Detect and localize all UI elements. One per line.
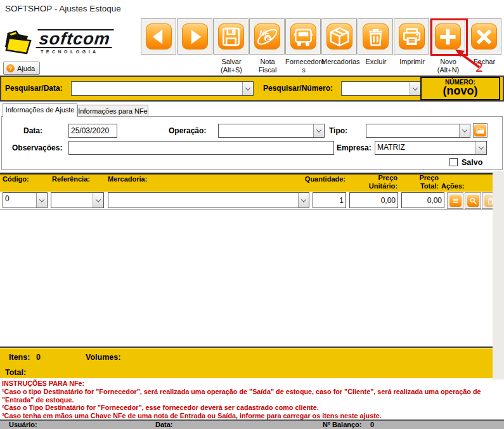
search-date-label: Pesquisar/Data: [5,84,63,93]
instructions-title: INSTRUÇÕES PARA NFe: [2,380,502,388]
salvo-label: Salvo [462,158,482,167]
footer-separator [0,346,493,348]
truck-icon [290,23,316,50]
chevron-down-icon[interactable] [298,193,309,208]
tipo-label: Tipo: [329,126,347,135]
referencia-combo[interactable] [51,192,104,208]
operacao-label: Operação: [169,126,206,135]
numero-value: (novo) [422,86,499,96]
back-arrow-icon [146,23,172,50]
empresa-combo[interactable]: MATRIZ [375,141,487,155]
trash-icon [363,23,389,50]
observacoes-label: Observações: [12,143,62,152]
forward-arrow-icon [182,23,208,50]
search-number-label: Pesquisar/Número: [263,84,333,93]
chevron-down-icon[interactable] [93,193,103,208]
empresa-label: Empresa: [337,143,372,152]
nfe-icon: NFe [254,23,280,50]
chevron-down-icon[interactable] [410,82,420,95]
col-preco-total: PreçoTotal: [399,174,439,190]
col-quantidade: Quantidade: [295,175,346,183]
itens-label: Itens: [9,353,30,362]
volumes-label: Volumes: [86,353,120,362]
usuario-label: Usuário: [9,420,37,429]
fornecedores-label: Fornecedores [285,58,322,74]
tab-informacoes-para-nfe[interactable]: Informações para NFe [77,105,148,117]
imprimir-label: Imprimir [394,58,430,66]
fornecedores-button[interactable] [285,18,321,55]
folder-icon [474,124,486,136]
col-codigo: Código: [3,175,29,183]
help-button-label: Ajuda [17,65,35,72]
annotation-arrow [437,25,501,76]
col-referencia: Referência: [52,175,90,183]
folder-logo-icon [3,25,36,57]
window-title: SOFTSHOP - Ajustes Estoque [5,4,121,13]
question-mark-icon: ? [6,64,15,72]
save-button[interactable] [213,18,249,55]
menu-lines-icon [449,195,462,207]
chevron-down-icon[interactable] [475,142,486,154]
preco-unitario-input[interactable] [349,192,398,208]
mercadorias-label: Mercadorias [321,58,358,66]
balanco-label: Nº Balanço: [323,420,361,429]
right-gutter [493,171,504,380]
status-bar [0,419,504,429]
annotation-step-number: 2 [475,58,483,76]
data-input[interactable] [68,124,117,138]
balanco-value: 0 [370,420,374,429]
totals-bar [0,348,493,378]
numero-panel: NÚMERO: (novo) [420,77,500,100]
brand-name: softcom [36,29,113,48]
chevron-down-icon[interactable] [313,124,324,137]
forward-button[interactable] [177,18,212,55]
tipo-combo[interactable] [366,124,470,138]
grid-separator [0,209,493,210]
observacoes-input[interactable] [68,141,334,155]
search-date-combo[interactable] [71,81,254,96]
row-list-button[interactable] [447,192,463,209]
back-button[interactable] [141,18,176,55]
box-icon [326,23,352,50]
nota-fiscal-label: NotaFiscal [249,58,286,74]
excluir-label: Excluir [358,58,394,66]
svg-text:e: e [266,34,269,42]
magnifier-icon [467,195,479,207]
chevron-down-icon[interactable] [459,124,470,137]
instruction-line: ²Caso o Tipo Destinatário for "Fornecedo… [2,404,502,412]
status-data-label: Data: [155,420,173,429]
search-number-combo[interactable] [341,81,421,96]
chevron-down-icon[interactable] [36,193,47,208]
itens-value: 0 [36,353,41,362]
tipo-folder-button[interactable] [473,123,488,138]
preco-total-input[interactable] [401,192,444,208]
imprimir-button[interactable] [394,18,429,55]
save-button-label: Salvar(Alt+S) [213,58,250,74]
softcom-logo: softcom TECNOLOGIA [3,23,104,60]
operacao-combo[interactable] [218,124,325,138]
brand-tagline: TECNOLOGIA [37,50,113,54]
data-label: Data: [23,126,42,135]
row-search-button[interactable] [465,192,481,209]
mercadoria-combo[interactable] [108,192,309,208]
tab-informacoes-de-ajuste[interactable]: Informações de Ajuste [3,103,77,117]
col-acoes: Ações: [441,182,465,190]
chevron-down-icon[interactable] [242,82,253,95]
save-icon [218,23,244,50]
col-preco-unitario: PreçoUnitário: [352,174,397,190]
nota-fiscal-button[interactable]: NFe [249,18,285,55]
col-mercadoria: Mercadoria: [108,175,147,183]
nfe-instructions: INSTRUÇÕES PARA NFe: ¹Caso o tipo Destin… [2,380,502,420]
help-button[interactable]: ? Ajuda [3,62,40,75]
salvo-checkbox[interactable] [449,158,458,166]
instruction-line: ¹Caso o tipo Destinatário for "Fornecedo… [2,388,502,404]
total-label: Total: [5,368,26,377]
excluir-button[interactable] [358,18,393,55]
codigo-combo[interactable]: 0 [3,192,48,208]
quantidade-input[interactable] [313,192,346,208]
printer-icon [399,23,425,50]
mercadorias-button[interactable] [321,18,357,55]
